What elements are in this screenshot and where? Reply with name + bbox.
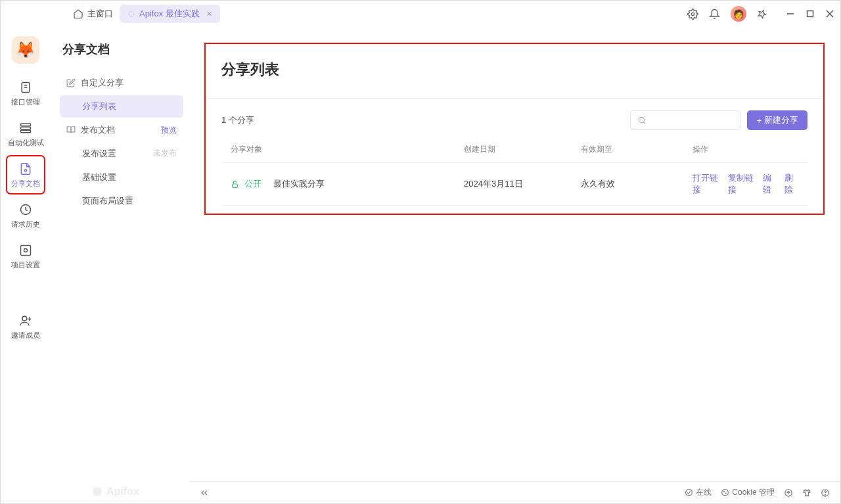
invite-icon xyxy=(19,314,32,327)
svg-rect-11 xyxy=(21,130,31,132)
footer-online[interactable]: 在线 xyxy=(685,487,712,498)
action-copy-link[interactable]: 复制链接 xyxy=(728,172,756,196)
svg-point-30 xyxy=(93,487,101,495)
left-nav: 🦊 接口管理 自动化测试 分享文档 请求历史 项目设置 xyxy=(1,27,51,503)
footer-shirt-icon[interactable] xyxy=(802,488,811,497)
svg-point-19 xyxy=(639,117,645,122)
cell-valid: 永久有效 xyxy=(581,178,693,190)
footer: 在线 Cookie 管理 xyxy=(189,481,840,503)
subsidebar-title: 分享文档 xyxy=(60,41,183,57)
tree-share-list[interactable]: 分享列表 xyxy=(60,95,183,118)
bell-icon[interactable] xyxy=(709,9,720,20)
col-header-target: 分享对象 xyxy=(231,144,464,155)
home-tab-label: 主窗口 xyxy=(87,8,113,20)
nav-automation-test[interactable]: 自动化测试 xyxy=(7,115,45,153)
api-icon xyxy=(19,81,32,94)
footer-cookie[interactable]: Cookie 管理 xyxy=(721,487,775,498)
history-icon xyxy=(19,203,32,216)
share-count: 1 个分享 xyxy=(221,114,254,126)
action-delete[interactable]: 删除 xyxy=(784,172,798,196)
svg-point-25 xyxy=(725,493,726,493)
tree-publish-docs[interactable]: 发布文档 预览 xyxy=(60,119,183,141)
plus-icon: + xyxy=(756,116,761,126)
titlebar: 主窗口 Apifox 最佳实践 ✕ 🧑 xyxy=(1,1,840,27)
svg-point-0 xyxy=(129,11,134,16)
col-header-actions: 操作 xyxy=(693,144,798,155)
svg-point-16 xyxy=(22,316,27,321)
project-settings-icon xyxy=(19,244,32,257)
svg-rect-10 xyxy=(21,127,31,129)
share-table: 分享对象 创建日期 有效期至 操作 公开 最佳实践分享 2 xyxy=(206,137,823,214)
footer-upload-icon[interactable] xyxy=(784,488,793,497)
tree-custom-share[interactable]: 自定义分享 xyxy=(60,72,183,94)
content-area: 分享列表 1 个分享 + 新建分享 分享对象 创建日期 xyxy=(189,27,840,503)
edit-icon xyxy=(66,78,76,87)
cookie-icon xyxy=(721,488,729,497)
nav-api-management[interactable]: 接口管理 xyxy=(7,74,45,112)
nav-share-docs[interactable]: 分享文档 xyxy=(7,156,45,194)
share-name: 最佳实践分享 xyxy=(273,178,325,190)
col-header-valid: 有效期至 xyxy=(581,144,693,155)
action-edit[interactable]: 编辑 xyxy=(763,172,777,196)
active-tab-label: Apifox 最佳实践 xyxy=(139,8,200,20)
nav-invite-members[interactable]: 邀请成员 xyxy=(7,308,45,346)
nav-project-settings[interactable]: 项目设置 xyxy=(7,237,45,275)
cell-created: 2024年3月11日 xyxy=(464,178,581,190)
nav-request-history[interactable]: 请求历史 xyxy=(7,196,45,235)
svg-rect-21 xyxy=(233,183,238,187)
minimize-icon[interactable] xyxy=(786,10,794,18)
svg-point-24 xyxy=(724,492,725,492)
svg-line-20 xyxy=(644,122,646,124)
active-tab[interactable]: Apifox 最佳实践 ✕ xyxy=(120,5,220,23)
table-header: 分享对象 创建日期 有效期至 操作 xyxy=(221,137,807,163)
tree-publish-settings[interactable]: 发布设置 未发布 xyxy=(60,143,183,165)
book-icon xyxy=(66,126,76,135)
settings-icon[interactable] xyxy=(687,9,698,20)
home-icon xyxy=(73,9,83,19)
share-doc-icon xyxy=(19,162,32,175)
public-label: 公开 xyxy=(244,178,261,190)
check-circle-icon xyxy=(685,488,693,497)
svg-point-12 xyxy=(24,170,26,172)
watermark: Apifox xyxy=(92,486,139,497)
page-title: 分享列表 xyxy=(206,60,823,99)
collapse-panel-icon[interactable] xyxy=(199,488,210,498)
preview-link[interactable]: 预览 xyxy=(161,125,177,136)
unlock-icon xyxy=(231,180,239,189)
tab-dot-icon xyxy=(127,10,135,18)
close-window-icon[interactable] xyxy=(826,10,834,18)
svg-point-23 xyxy=(722,490,729,496)
svg-rect-3 xyxy=(807,11,813,17)
svg-rect-9 xyxy=(21,124,31,126)
app-logo[interactable]: 🦊 xyxy=(12,36,39,64)
sub-sidebar: 分享文档 自定义分享 分享列表 发布文档 预览 发布设置 未发布 基础设置 页面… xyxy=(51,27,189,503)
maximize-icon[interactable] xyxy=(806,10,814,18)
svg-point-15 xyxy=(24,249,28,252)
avatar[interactable]: 🧑 xyxy=(731,6,746,22)
tree-basic-settings[interactable]: 基础设置 xyxy=(60,166,183,189)
home-tab[interactable]: 主窗口 xyxy=(66,4,120,24)
footer-help-icon[interactable] xyxy=(821,488,830,497)
automation-icon xyxy=(19,122,32,135)
svg-point-1 xyxy=(691,12,694,15)
highlighted-region: 分享列表 1 个分享 + 新建分享 分享对象 创建日期 xyxy=(204,43,825,215)
pin-icon[interactable] xyxy=(757,9,767,19)
close-icon[interactable]: ✕ xyxy=(206,10,212,18)
action-open-link[interactable]: 打开链接 xyxy=(693,172,720,196)
svg-point-29 xyxy=(825,494,826,495)
search-icon xyxy=(637,116,647,125)
table-row: 公开 最佳实践分享 2024年3月11日 永久有效 打开链接 复制链接 编辑 删… xyxy=(221,163,807,206)
search-input[interactable] xyxy=(630,110,740,130)
tree-page-layout-settings[interactable]: 页面布局设置 xyxy=(60,190,183,212)
col-header-created: 创建日期 xyxy=(464,144,581,155)
svg-point-22 xyxy=(686,490,693,496)
new-share-button[interactable]: + 新建分享 xyxy=(747,110,807,130)
svg-rect-14 xyxy=(21,246,31,256)
